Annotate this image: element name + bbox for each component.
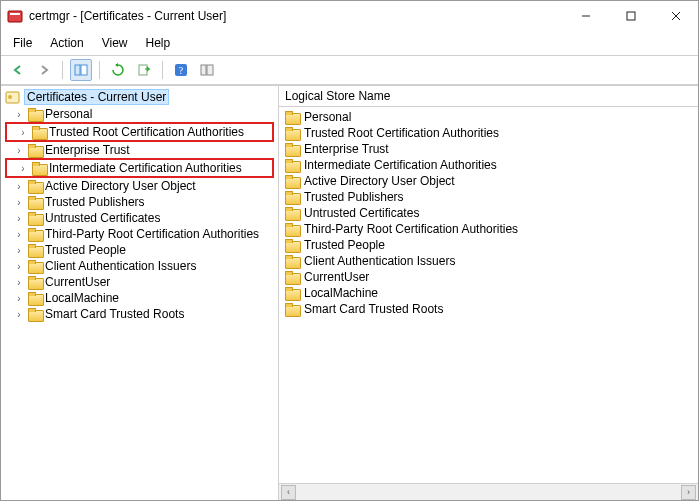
list-item[interactable]: Untrusted Certificates [283, 205, 694, 221]
list-item-label: LocalMachine [304, 286, 378, 300]
maximize-button[interactable] [608, 2, 653, 30]
tree-item[interactable]: ›Trusted Publishers [3, 194, 276, 210]
back-button[interactable] [7, 59, 29, 81]
forward-button[interactable] [33, 59, 55, 81]
folder-icon [285, 271, 299, 283]
expand-icon[interactable]: › [13, 261, 25, 272]
menu-action[interactable]: Action [42, 33, 91, 53]
tree-item-label: Intermediate Certification Authorities [49, 161, 242, 175]
folder-icon [285, 175, 299, 187]
app-icon [7, 8, 23, 24]
title-bar: certmgr - [Certificates - Current User] [1, 1, 698, 31]
list-item-label: Trusted Root Certification Authorities [304, 126, 499, 140]
tree-item[interactable]: ›CurrentUser [3, 274, 276, 290]
folder-icon [28, 108, 42, 120]
refresh-button[interactable] [107, 59, 129, 81]
tree-root-label: Certificates - Current User [24, 89, 169, 105]
menu-file[interactable]: File [5, 33, 40, 53]
list-item[interactable]: Active Directory User Object [283, 173, 694, 189]
tree-item-label: Active Directory User Object [45, 179, 196, 193]
list-item[interactable]: Trusted People [283, 237, 694, 253]
tree-item[interactable]: ›Trusted People [3, 242, 276, 258]
list-item-label: Active Directory User Object [304, 174, 455, 188]
list-item-label: Trusted Publishers [304, 190, 404, 204]
scroll-left-button[interactable]: ‹ [281, 485, 296, 500]
expand-icon[interactable]: › [13, 213, 25, 224]
list-item[interactable]: Trusted Root Certification Authorities [283, 125, 694, 141]
folder-icon [28, 292, 42, 304]
folder-icon [285, 143, 299, 155]
expand-icon[interactable]: › [13, 109, 25, 120]
folder-icon [28, 228, 42, 240]
list-body[interactable]: PersonalTrusted Root Certification Autho… [279, 107, 698, 483]
list-item[interactable]: LocalMachine [283, 285, 694, 301]
list-item[interactable]: Intermediate Certification Authorities [283, 157, 694, 173]
list-item[interactable]: Client Authentication Issuers [283, 253, 694, 269]
tree-item[interactable]: ›LocalMachine [3, 290, 276, 306]
tree-item[interactable]: ›Enterprise Trust [3, 142, 276, 158]
scroll-right-button[interactable]: › [681, 485, 696, 500]
menu-help[interactable]: Help [138, 33, 179, 53]
list-column-header[interactable]: Logical Store Name [279, 86, 698, 107]
expand-icon[interactable]: › [17, 163, 29, 174]
expand-icon[interactable]: › [13, 245, 25, 256]
folders-view-button[interactable] [70, 59, 92, 81]
folder-icon [32, 126, 46, 138]
expand-icon[interactable]: › [13, 277, 25, 288]
tree-panel[interactable]: Certificates - Current User ›Personal›Tr… [1, 86, 279, 500]
list-item[interactable]: Trusted Publishers [283, 189, 694, 205]
help-button[interactable]: ? [170, 59, 192, 81]
tree-item[interactable]: ›Smart Card Trusted Roots [3, 306, 276, 322]
list-panel: Logical Store Name PersonalTrusted Root … [279, 86, 698, 500]
list-item[interactable]: Third-Party Root Certification Authoriti… [283, 221, 694, 237]
list-item-label: Enterprise Trust [304, 142, 389, 156]
horizontal-scrollbar[interactable]: ‹ › [279, 483, 698, 500]
tree-item[interactable]: ›Client Authentication Issuers [3, 258, 276, 274]
tree-item[interactable]: ›Active Directory User Object [3, 178, 276, 194]
list-item[interactable]: Personal [283, 109, 694, 125]
tree-item-label: Client Authentication Issuers [45, 259, 196, 273]
certificate-store-icon [5, 90, 20, 104]
folder-icon [285, 255, 299, 267]
svg-rect-11 [201, 65, 206, 75]
tree-item-label: LocalMachine [45, 291, 119, 305]
expand-icon[interactable]: › [17, 127, 29, 138]
tree-item[interactable]: ›Trusted Root Certification Authorities [5, 122, 274, 142]
list-item-label: Third-Party Root Certification Authoriti… [304, 222, 518, 236]
window-title: certmgr - [Certificates - Current User] [29, 9, 226, 23]
tree-root[interactable]: Certificates - Current User [3, 88, 276, 106]
close-button[interactable] [653, 2, 698, 30]
properties-button[interactable] [196, 59, 218, 81]
minimize-button[interactable] [563, 2, 608, 30]
export-button[interactable] [133, 59, 155, 81]
svg-rect-13 [6, 92, 19, 103]
tree-item-label: Personal [45, 107, 92, 121]
list-item[interactable]: Smart Card Trusted Roots [283, 301, 694, 317]
folder-icon [285, 111, 299, 123]
list-item[interactable]: CurrentUser [283, 269, 694, 285]
svg-point-14 [8, 95, 12, 99]
tree-item-label: Trusted Publishers [45, 195, 145, 209]
svg-rect-8 [139, 65, 147, 75]
tree-item[interactable]: ›Third-Party Root Certification Authorit… [3, 226, 276, 242]
folder-icon [28, 212, 42, 224]
folder-icon [285, 159, 299, 171]
tree-item[interactable]: ›Intermediate Certification Authorities [5, 158, 274, 178]
expand-icon[interactable]: › [13, 197, 25, 208]
list-item-label: Client Authentication Issuers [304, 254, 455, 268]
toolbar-separator [99, 61, 100, 79]
expand-icon[interactable]: › [13, 229, 25, 240]
expand-icon[interactable]: › [13, 293, 25, 304]
tree-item[interactable]: ›Personal [3, 106, 276, 122]
expand-icon[interactable]: › [13, 309, 25, 320]
folder-icon [285, 127, 299, 139]
menu-view[interactable]: View [94, 33, 136, 53]
folder-icon [32, 162, 46, 174]
expand-icon[interactable]: › [13, 181, 25, 192]
list-item[interactable]: Enterprise Trust [283, 141, 694, 157]
expand-icon[interactable]: › [13, 145, 25, 156]
folder-icon [28, 196, 42, 208]
list-item-label: Smart Card Trusted Roots [304, 302, 443, 316]
tree-item[interactable]: ›Untrusted Certificates [3, 210, 276, 226]
list-item-label: Trusted People [304, 238, 385, 252]
